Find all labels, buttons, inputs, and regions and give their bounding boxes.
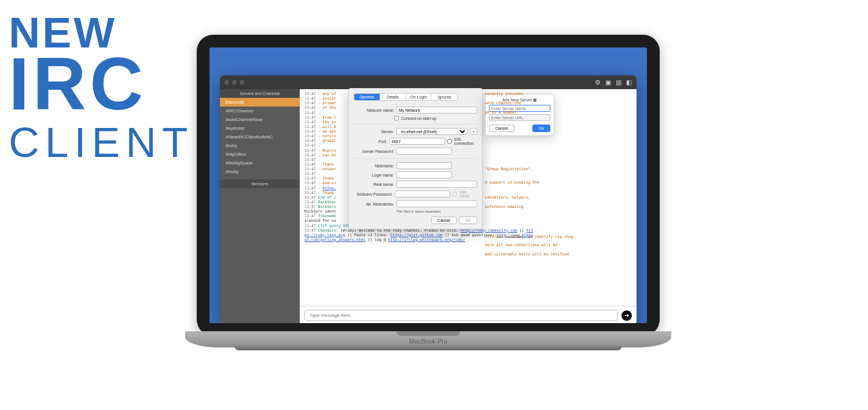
laptop-screen: ⚙ ▣ ▥ ◧ Servers and Channels freenode #I… xyxy=(209,47,647,323)
real-name-input[interactable] xyxy=(396,181,477,188)
sidebar-icon[interactable]: ▥ xyxy=(616,79,621,86)
tab-general[interactable]: General xyxy=(354,94,380,100)
headline-line3: CLIENT xyxy=(9,125,194,160)
server-label: Server: xyxy=(354,130,394,134)
server-select[interactable]: irc.efnet.net (EFnet) xyxy=(396,128,468,135)
port-input[interactable] xyxy=(389,138,445,145)
send-button[interactable]: ➜ xyxy=(621,310,632,321)
sidebar-item-addchannelnow[interactable]: #addChannelNow xyxy=(220,115,300,124)
prefs-cancel-button[interactable]: Cancel xyxy=(431,217,457,224)
nickname-input[interactable] xyxy=(396,162,452,169)
prefs-tabs: General Details On Login Ignores xyxy=(354,93,458,101)
sidebar-item-bemyguest[interactable]: #BeMyGuest xyxy=(220,159,300,167)
network-prefs-dialog: General Details On Login Ignores Network… xyxy=(348,88,483,229)
add-server-button[interactable]: + xyxy=(470,128,477,135)
port-label: Port: xyxy=(354,140,387,144)
sidebar-item-newircclientformac[interactable]: #NewIRCClientforMAC xyxy=(220,133,300,141)
sidebar-item-aytester[interactable]: #aytester xyxy=(220,124,300,133)
window-controls[interactable] xyxy=(225,80,244,85)
real-name-label: Real name: xyxy=(354,182,394,186)
members-header: Members xyxy=(220,180,300,188)
laptop-label: MacBook Pro xyxy=(409,338,447,345)
sidebar-item-holly[interactable]: #Holly xyxy=(220,167,300,176)
ssl-label: SSL connection xyxy=(454,137,477,145)
alt-nicknames-input[interactable] xyxy=(396,200,477,207)
headline-line2: IRC xyxy=(9,53,194,116)
main-area: 13:47 - any of13:47 - assist13:47 - prim… xyxy=(300,89,637,323)
laptop-foot xyxy=(234,346,622,350)
prefs-ok-button: OK xyxy=(459,217,477,224)
nickserv-password-input[interactable] xyxy=(395,191,450,197)
use-sasl-label: Use SASL xyxy=(459,190,477,198)
message-input[interactable] xyxy=(304,310,618,321)
login-name-input[interactable] xyxy=(396,171,452,178)
tab-ignores[interactable]: Ignores xyxy=(432,94,457,100)
chat-icon[interactable]: ▣ xyxy=(605,79,611,86)
minimize-icon[interactable] xyxy=(232,80,237,85)
alt-nicknames-help: This field is space separated. xyxy=(349,208,482,213)
close-icon[interactable] xyxy=(225,80,229,85)
window-titlebar: ⚙ ▣ ▥ ◧ xyxy=(220,75,637,89)
login-name-label: Login name: xyxy=(354,173,394,177)
sidebar-item-freenode[interactable]: freenode xyxy=(220,98,300,107)
sidebar-item-ruby[interactable]: #ruby xyxy=(220,141,300,150)
nickserv-password-label: Nickserv Password: xyxy=(354,192,392,196)
panel-icon[interactable]: ◧ xyxy=(626,79,632,86)
server-password-input[interactable] xyxy=(396,148,452,155)
zoom-icon[interactable] xyxy=(240,80,244,85)
laptop-base: MacBook Pro xyxy=(185,331,671,347)
sidebar-header: Servers and Channels xyxy=(220,89,300,98)
irc-app-window: ⚙ ▣ ▥ ◧ Servers and Channels freenode #I… xyxy=(220,75,637,323)
sidebar-item-myoffice[interactable]: #MyOffice xyxy=(220,150,300,159)
laptop-notch xyxy=(396,331,460,336)
settings-icon[interactable]: ⚙ xyxy=(595,79,601,86)
tab-details[interactable]: Details xyxy=(380,94,406,100)
connect-on-start-checkbox[interactable] xyxy=(394,116,399,120)
connect-on-start-label: Connect on start up xyxy=(401,116,436,120)
network-name-input[interactable] xyxy=(396,107,477,114)
use-sasl-checkbox xyxy=(453,192,457,196)
plus-icon: + xyxy=(472,129,475,134)
sidebar-item-ircchannel[interactable]: #IRCChannel xyxy=(220,107,300,115)
network-name-label: Network name: xyxy=(354,108,394,112)
laptop-bezel: ⚙ ▣ ▥ ◧ Servers and Channels freenode #I… xyxy=(197,35,660,336)
send-arrow-icon: ➜ xyxy=(624,312,629,319)
sidebar: Servers and Channels freenode #IRCChanne… xyxy=(220,89,300,323)
server-password-label: Server Password: xyxy=(354,149,394,153)
laptop-mockup: ⚙ ▣ ▥ ◧ Servers and Channels freenode #I… xyxy=(185,35,671,356)
message-bar: ➜ xyxy=(300,306,637,323)
tab-onlogin[interactable]: On Login xyxy=(406,94,432,100)
promo-headline: NEW IRC CLIENT xyxy=(9,14,194,160)
alt-nicknames-label: Alt. Nicknames: xyxy=(354,202,394,206)
nickname-label: Nickname: xyxy=(354,164,394,168)
ssl-checkbox[interactable] xyxy=(447,139,452,144)
